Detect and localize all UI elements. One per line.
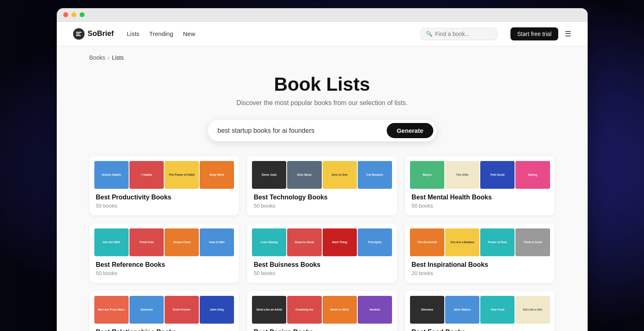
card-title: Best Relationships Books <box>96 329 233 331</box>
book-cover: Creativity Inc <box>287 296 321 324</box>
book-cover: How to Win <box>200 228 234 256</box>
card-info: Best Technology Books50 books <box>247 189 397 215</box>
book-cover: Principles <box>358 228 392 256</box>
book-cover: Zero to One <box>323 161 357 189</box>
book-cover: Power of Now <box>480 228 515 256</box>
breadcrumb-separator: › <box>107 54 109 61</box>
book-list-card[interactable]: Atomic Habits7 HabitsThe Power of HabitD… <box>89 156 239 215</box>
card-count: 20 books <box>412 270 548 276</box>
book-cover: Dilemma <box>410 296 444 324</box>
book-cover: Alice Waters <box>445 296 479 324</box>
card-info: Best Inspirational Books20 books <box>405 256 555 283</box>
book-covers-row: WayneThe GiftsFeel GoodDaring <box>405 156 555 189</box>
book-list-card[interactable]: Lean StartupGood to GreatHard ThingPrinc… <box>247 224 397 283</box>
brand-icon <box>73 28 85 40</box>
card-title: Best Food Books <box>412 329 548 331</box>
book-cover: Fast Food <box>480 296 515 324</box>
book-cover: You Are a Badass <box>445 228 479 256</box>
card-count: 50 books <box>96 270 233 276</box>
book-lists-grid: Atomic Habits7 HabitsThe Power of HabitD… <box>89 156 555 331</box>
book-covers-row: The AlchemistYou Are a BadassPower of No… <box>405 224 555 256</box>
main-content: Books › Lists Book Lists Discover the mo… <box>57 46 588 331</box>
brand-name: SoBrief <box>88 29 114 38</box>
browser-dot-maximize[interactable] <box>80 12 85 17</box>
book-covers-row: Atomic Habits7 HabitsThe Power of HabitD… <box>89 156 239 189</box>
nav-search-input[interactable] <box>435 31 492 37</box>
book-covers-row: Men Are From MarsAttachedErich FrommJohn… <box>89 291 239 324</box>
book-cover: Simple Food <box>165 228 199 256</box>
nav-search[interactable]: 🔍 <box>421 28 497 40</box>
book-list-card[interactable]: Into the WildThink FastSimple FoodHow to… <box>89 224 239 283</box>
book-covers-row: Lean StartupGood to GreatHard ThingPrinc… <box>247 224 397 256</box>
browser-dot-close[interactable] <box>63 12 68 17</box>
card-title: Best Mental Health Books <box>412 194 548 201</box>
card-count: 50 books <box>254 203 390 209</box>
card-info: Best Buisness Books50 books <box>247 256 397 283</box>
book-cover: Feel Good <box>480 161 515 189</box>
book-cover: Made to Stick <box>323 296 357 324</box>
book-cover: Think & Grow <box>515 228 550 256</box>
card-title: Best Technology Books <box>254 194 390 201</box>
card-info: Best Mental Health Books50 books <box>405 189 555 215</box>
book-cover: Steal Like an Artist <box>252 296 286 324</box>
book-cover: Cal Newport <box>358 161 392 189</box>
browser-dot-minimize[interactable] <box>71 12 76 17</box>
book-list-card[interactable]: Men Are From MarsAttachedErich FrommJohn… <box>89 291 239 331</box>
book-cover: Hooked <box>358 296 392 324</box>
book-list-card[interactable]: The AlchemistYou Are a BadassPower of No… <box>405 224 555 283</box>
card-count: 50 books <box>96 203 233 209</box>
generate-button[interactable]: Generate <box>387 123 433 138</box>
card-title: Best Buisness Books <box>254 261 390 268</box>
nav-links: Lists Trending New <box>127 30 408 37</box>
card-count: 50 books <box>412 203 548 209</box>
book-cover: Attached <box>129 296 164 324</box>
nav-link-lists[interactable]: Lists <box>127 30 140 37</box>
browser-window: SoBrief Lists Trending New 🔍 Start free … <box>57 8 588 331</box>
book-cover: Think Fast <box>129 228 164 256</box>
breadcrumb-current: Lists <box>112 54 124 61</box>
browser-chrome <box>57 8 588 22</box>
nav-link-trending[interactable]: Trending <box>149 30 173 37</box>
nav-link-new[interactable]: New <box>183 30 195 37</box>
nav-actions: Start free trial ☰ <box>510 27 571 40</box>
brand-logo[interactable]: SoBrief <box>73 28 114 40</box>
book-list-card[interactable]: DilemmaAlice WatersFast FoodEat Like a G… <box>405 291 555 331</box>
breadcrumb: Books › Lists <box>89 54 555 61</box>
browser-content: SoBrief Lists Trending New 🔍 Start free … <box>57 22 588 331</box>
hamburger-icon[interactable]: ☰ <box>565 29 571 38</box>
book-covers-row: DilemmaAlice WatersFast FoodEat Like a G… <box>405 291 555 324</box>
free-trial-button[interactable]: Start free trial <box>510 27 558 40</box>
card-info: Best Relationships Books50 books <box>89 324 239 331</box>
card-title: Best Productivity Books <box>96 194 233 201</box>
book-cover: Hard Thing <box>323 228 357 256</box>
card-info: Best Productivity Books50 books <box>89 189 239 215</box>
card-info: Best Reference Books50 books <box>89 256 239 283</box>
card-count: 50 books <box>254 270 390 276</box>
book-covers-row: Steal Like an ArtistCreativity IncMade t… <box>247 291 397 324</box>
book-cover: The Gifts <box>445 161 479 189</box>
book-cover: Daring <box>515 161 550 189</box>
book-cover: Men Are From Mars <box>94 296 129 324</box>
page-header: Book Lists Discover the most popular boo… <box>89 73 555 107</box>
book-cover: Wayne <box>410 161 444 189</box>
book-cover: Lean Startup <box>252 228 286 256</box>
book-list-card[interactable]: Steal Like an ArtistCreativity IncMade t… <box>247 291 397 331</box>
search-bar-container: Generate <box>89 120 555 141</box>
book-covers-row: Into the WildThink FastSimple FoodHow to… <box>89 224 239 256</box>
book-cover: Eat Like a Girl <box>515 296 550 324</box>
book-list-card[interactable]: Steve JobsElon MuskZero to OneCal Newpor… <box>247 156 397 215</box>
book-covers-row: Steve JobsElon MuskZero to OneCal Newpor… <box>247 156 397 189</box>
book-cover: Atomic Habits <box>94 161 129 189</box>
book-cover: The Alchemist <box>410 228 444 256</box>
book-cover: The Power of Habit <box>165 161 199 189</box>
card-title: Best Design Books <box>254 329 390 331</box>
page-subtitle: Discover the most popular books from our… <box>89 99 555 107</box>
book-list-card[interactable]: WayneThe GiftsFeel GoodDaringBest Mental… <box>405 156 555 215</box>
book-cover: 7 Habits <box>129 161 164 189</box>
book-cover: Elon Musk <box>287 161 321 189</box>
breadcrumb-parent[interactable]: Books <box>89 54 105 61</box>
page-title: Book Lists <box>89 73 555 95</box>
list-search-input[interactable] <box>218 127 382 134</box>
search-icon: 🔍 <box>426 31 432 37</box>
book-cover: Steve Jobs <box>252 161 286 189</box>
